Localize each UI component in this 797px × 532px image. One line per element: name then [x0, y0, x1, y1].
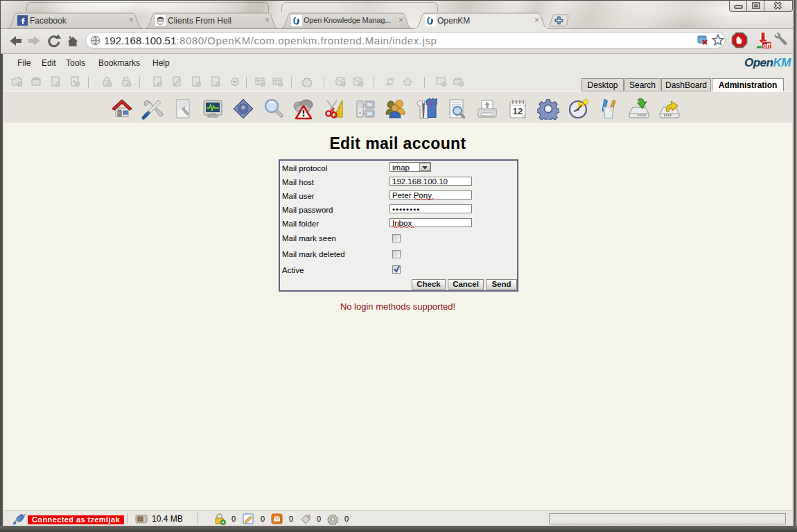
svg-text:off: off	[763, 42, 771, 49]
svg-text:12: 12	[513, 106, 523, 116]
